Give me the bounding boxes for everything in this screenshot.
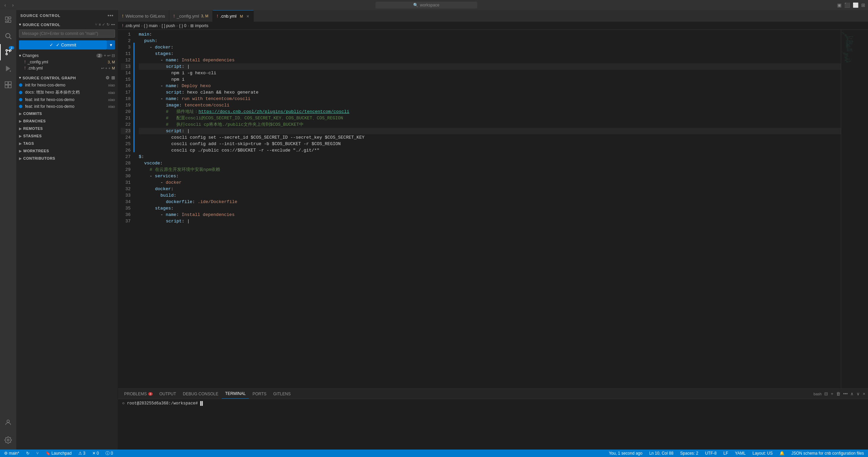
branches-accordion[interactable]: ▶ BRANCHES [16,117,118,125]
graph-item-4[interactable]: feat: init for hexo-cos-demo xiao [16,103,118,110]
graph-open-icon[interactable]: ⊞ [111,75,115,80]
check-icon[interactable]: ✓ [102,22,105,27]
breadcrumb-imports[interactable]: ⊞ imports [190,23,208,28]
terminal-split-icon[interactable]: ⊟ [824,391,828,396]
contributors-accordion[interactable]: ▶ CONTRIBUTORS [16,155,118,162]
status-bell[interactable]: 🔔 [778,451,786,456]
sc-section-header[interactable]: ▾ SOURCE CONTROL ⑂ ≡ ✓ ↻ ••• [16,21,118,28]
terminal-min-icon[interactable]: ∨ [856,391,860,396]
terminal-max-icon[interactable]: ∧ [850,391,854,396]
changes-header[interactable]: ▾ Changes 2 + ↩ ⊟ [16,52,118,59]
status-gitlens[interactable]: You, 1 second ago [607,451,644,456]
titlebar: ‹ › 🔍 workspace ▣ ⬛ ⬜ ⊞ [0,0,868,10]
terminal-tab-ports[interactable]: PORTS [249,389,270,399]
svg-rect-12 [8,82,11,84]
status-launchpad[interactable]: 🔖 Launchpad [44,451,73,456]
terminal-tab-output[interactable]: OUTPUT [156,389,179,399]
status-eol[interactable]: LF [722,451,730,456]
breadcrumb-main[interactable]: { } main [144,23,158,28]
svg-rect-11 [5,82,8,84]
status-sync[interactable]: ↻ [25,451,31,456]
remotes-accordion[interactable]: ▶ REMOTES [16,125,118,132]
code-line-17: script: hexo clean && hexo generate [139,89,841,96]
file-item-cnb[interactable]: ! .cnb.yml ↩ + + M [16,65,118,71]
graph-item-2[interactable]: docs: 增加 hexo 基本操作文档 xiao [16,88,118,96]
branch-icon[interactable]: ⑂ [95,22,97,27]
source-control-activity-icon[interactable]: 2 [0,44,16,60]
collapse-icon[interactable]: ⊟ [112,53,115,58]
extensions-activity-icon[interactable] [0,77,16,93]
worktrees-label: WORKTREES [23,149,49,153]
code-area[interactable]: main: push: - docker: stages: - name: In… [135,30,841,389]
tab-cnb-close-button[interactable]: × [246,14,249,19]
code-line-11: stages: [139,51,841,57]
layout-icon-4[interactable]: ⊞ [861,2,865,8]
cnb-open-icon[interactable]: + [105,66,107,71]
status-graph[interactable]: ⑂ [35,451,40,456]
svg-rect-2 [8,20,11,22]
commit-dropdown-button[interactable]: ▾ [107,40,115,49]
terminal-content[interactable]: ○ root@283255d6a368:/workspace# │ [118,399,868,450]
stage-all-icon[interactable]: + [104,53,106,58]
titlebar-search[interactable]: 🔍 workspace [375,2,477,8]
commit-button[interactable]: ✓ ✓ Commit [19,40,107,49]
status-spaces[interactable]: Spaces: 2 [679,451,699,456]
cnb-stage-icon[interactable]: + [108,66,110,71]
terminal-tab-debug[interactable]: DEBUG CONSOLE [179,389,222,399]
terminal-tab-problems[interactable]: PROBLEMS 3 [121,389,156,399]
terminal-trash-icon[interactable]: 🗑 [836,391,841,396]
tab-cnb-badge: M [240,14,243,18]
breadcrumb-push[interactable]: [ ] push [162,23,175,28]
list-icon[interactable]: ≡ [99,22,101,27]
commit-message-input[interactable] [19,29,115,38]
sc-graph-header[interactable]: ▾ SOURCE CONTROL GRAPH ⚙ ⊞ [16,74,118,82]
status-layout[interactable]: Layout: US [751,451,774,456]
terminal-tab-terminal[interactable]: TERMINAL [222,389,249,399]
tab-config-label: _config.yml [177,14,199,19]
layout-icon-2[interactable]: ⬛ [844,2,850,8]
run-activity-icon[interactable] [0,60,16,77]
layout-icon-3[interactable]: ⬜ [853,2,859,8]
commits-accordion[interactable]: ▶ COMMITS [16,110,118,117]
more-icon[interactable]: ••• [108,13,114,18]
status-errors[interactable]: ✕ 0 [91,451,100,456]
account-activity-icon[interactable] [0,414,16,431]
discard-all-icon[interactable]: ↩ [107,53,111,58]
explorer-activity-icon[interactable] [0,12,16,28]
layout-icon-1[interactable]: ▣ [837,2,842,8]
back-button[interactable]: ‹ [3,2,8,8]
forward-button[interactable]: › [11,2,16,8]
status-warnings[interactable]: ⚠ 3 [77,451,87,456]
breadcrumb-0[interactable]: { } 0 [179,23,186,28]
status-encoding[interactable]: UTF-8 [704,451,718,456]
status-cursor[interactable]: Ln 10, Col 88 [648,451,675,456]
worktrees-accordion[interactable]: ▶ WORKTREES [16,147,118,155]
status-branch[interactable]: ⚙ main* [3,451,21,456]
breadcrumb-file[interactable]: .cnb.yml [124,23,140,28]
status-language[interactable]: YAML [734,451,747,456]
terminal-close-icon[interactable]: × [863,391,865,396]
stashes-accordion[interactable]: ▶ STASHES [16,132,118,140]
search-activity-icon[interactable] [0,28,16,44]
terminal-tab-gitlens[interactable]: GITLENS [270,389,294,399]
tab-gitlens[interactable]: ! Welcome to GitLens [118,10,169,22]
terminal-add-icon[interactable]: + [831,391,833,396]
overflow-icon[interactable]: ••• [111,22,115,27]
tab-config[interactable]: ! _config.yml 3, M [169,10,213,22]
cnb-revert-icon[interactable]: ↩ [101,66,104,71]
refresh-icon[interactable]: ↻ [107,22,110,27]
tab-cnb[interactable]: ! .cnb.yml M × [213,10,253,22]
graph-item-3[interactable]: feat: init for hexo-cos-demo xiao [16,96,118,103]
status-info[interactable]: ⓘ 0 [104,451,114,456]
settings-activity-icon[interactable] [0,432,16,448]
graph-settings-icon[interactable]: ⚙ [105,75,110,80]
file-item-config[interactable]: ! _config.yml 3, M [16,59,118,65]
sidebar-scroll[interactable]: ▾ SOURCE CONTROL ⑂ ≡ ✓ ↻ ••• ✓ [16,21,118,450]
code-line-21: # 配置coscli的COS_SECRET_ID、COS_SECRET_KEY、… [139,115,841,121]
tags-accordion[interactable]: ▶ TAGS [16,140,118,147]
sc-graph-section: ▾ SOURCE CONTROL GRAPH ⚙ ⊞ init for hexo… [16,74,118,110]
graph-item-1[interactable]: init for hexo-cos-demo xiao [16,82,118,88]
terminal-more-icon[interactable]: ••• [843,391,848,396]
terminal-tabs: PROBLEMS 3 OUTPUT DEBUG CONSOLE TERMINAL… [118,389,868,399]
status-schema[interactable]: JSON schema for cnb configuration files [790,451,865,456]
